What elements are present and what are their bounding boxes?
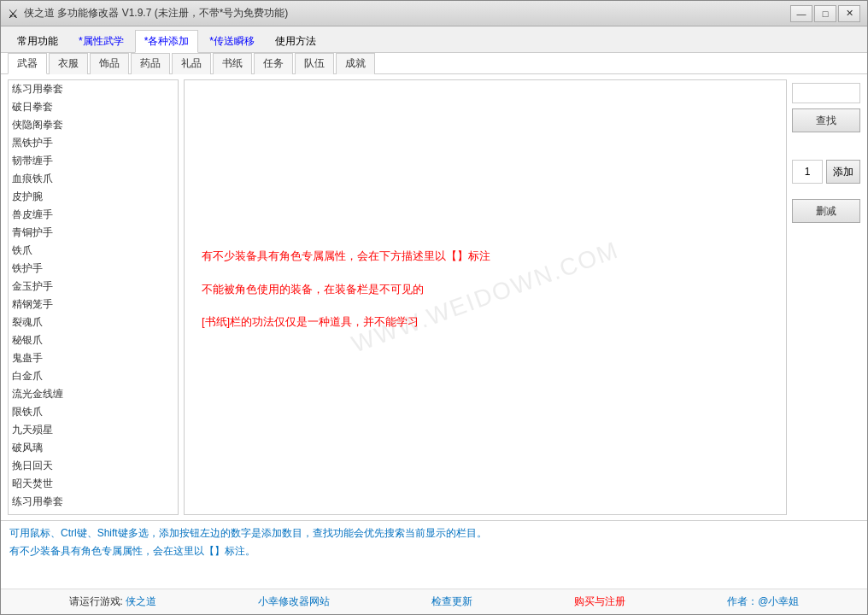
tab-gift[interactable]: 礼品 (172, 53, 211, 74)
quantity-input[interactable] (792, 160, 823, 184)
notice-line3: [书纸]栏的功法仅仅是一种道具，并不能学习 (202, 313, 769, 331)
notice-line2: 不能被角色使用的装备，在装备栏是不可见的 (202, 281, 769, 299)
bottom-info: 可用鼠标、Ctrl键、Shift键多选，添加按钮左边的数字是添加数目，查找功能会… (1, 520, 867, 589)
notice-line1: 有不少装备具有角色专属属性，会在下方描述里以【】标注 (202, 248, 769, 266)
list-item[interactable]: 练习用拳套 (9, 80, 178, 98)
list-item[interactable]: 黑铁护手 (9, 134, 178, 152)
buy-link[interactable]: 购买与注册 (574, 594, 625, 609)
tab-achievement[interactable]: 成就 (336, 53, 375, 74)
restore-button[interactable]: □ (814, 5, 836, 22)
item-list[interactable]: 练习用拳套破日拳套侠隐阁拳套黑铁护手韧带缠手血痕铁爪皮护腕兽皮缠手青铜护手铁爪铁… (8, 79, 179, 515)
menu-item-howto[interactable]: 使用方法 (266, 30, 326, 52)
author-label: 作者：@小幸姐 (727, 594, 799, 609)
window-title: 侠之道 多功能修改器 V1.9.7 (未注册，不带*号为免费功能) (24, 6, 288, 20)
tip-line1: 可用鼠标、Ctrl键、Shift键多选，添加按钮左边的数字是添加数目，查找功能会… (9, 526, 859, 541)
left-panel: 练习用拳套破日拳套侠隐阁拳套黑铁护手韧带缠手血痕铁爪皮护腕兽皮缠手青铜护手铁爪铁… (8, 79, 179, 515)
add-row: 添加 (792, 160, 860, 184)
list-item[interactable]: 破风璃 (9, 439, 178, 457)
sidebar-controls: 查找 添加 删减 (792, 79, 860, 515)
list-item[interactable]: 昭天焚世 (9, 475, 178, 493)
tab-weapon[interactable]: 武器 (8, 53, 47, 74)
footer-run: 请运行游戏: 侠之道 (69, 594, 157, 609)
list-item[interactable]: 青铜护手 (9, 224, 178, 242)
find-button[interactable]: 查找 (792, 108, 860, 132)
notice-panel: WWW.WEIDOWN.COM 有不少装备具有角色专属属性，会在下方描述里以【】… (184, 79, 787, 515)
list-item[interactable]: 限铁爪 (9, 403, 178, 421)
tip-line2: 有不少装备具有角色专属属性，会在这里以【】标注。 (9, 544, 859, 559)
close-button[interactable]: ✕ (838, 5, 860, 22)
tab-row: 武器衣服饰品药品礼品书纸任务队伍成就 (1, 53, 867, 74)
tab-medicine[interactable]: 药品 (131, 53, 170, 74)
list-item[interactable]: 白金爪 (9, 367, 178, 385)
list-item[interactable]: 兽皮缠手 (9, 206, 178, 224)
menu-bar: 常用功能*属性武学*各种添加*传送瞬移使用方法 (1, 26, 867, 53)
menu-item-addvarious[interactable]: *各种添加 (135, 30, 199, 53)
game-name-link[interactable]: 侠之道 (126, 595, 156, 607)
update-link[interactable]: 检查更新 (431, 594, 472, 609)
minimize-button[interactable]: — (790, 5, 812, 22)
list-item[interactable]: 韧带缠手 (9, 152, 178, 170)
window-controls: — □ ✕ (790, 5, 860, 22)
menu-item-attributes[interactable]: *属性武学 (69, 30, 133, 52)
title-bar: ⚔ 侠之道 多功能修改器 V1.9.7 (未注册，不带*号为免费功能) — □ … (1, 1, 867, 26)
footer: 请运行游戏: 侠之道 小幸修改器网站 检查更新 购买与注册 作者：@小幸姐 (1, 589, 867, 614)
list-item[interactable]: 铁爪 (9, 242, 178, 260)
list-item[interactable]: 皮护腕 (9, 188, 178, 206)
tab-task[interactable]: 任务 (254, 53, 293, 74)
add-button[interactable]: 添加 (826, 160, 860, 184)
app-icon: ⚔ (8, 7, 19, 20)
search-input[interactable] (792, 83, 860, 103)
tab-clothes[interactable]: 衣服 (49, 53, 88, 74)
menu-item-common[interactable]: 常用功能 (8, 30, 67, 52)
list-item[interactable]: 破日拳套 (9, 98, 178, 116)
tab-team[interactable]: 队伍 (295, 53, 334, 74)
tab-bookpaper[interactable]: 书纸 (213, 53, 252, 74)
list-item[interactable]: 秘银爪 (9, 331, 178, 349)
list-item[interactable]: 金玉护手 (9, 278, 178, 296)
list-item[interactable]: 流光金线缠 (9, 385, 178, 403)
delete-button[interactable]: 删减 (792, 199, 860, 223)
list-item[interactable]: 鬼蛊手 (9, 349, 178, 367)
list-item[interactable]: 血痕铁爪 (9, 170, 178, 188)
list-item[interactable]: 铁护手 (9, 260, 178, 278)
list-item[interactable]: 侠隐阁拳套 (9, 116, 178, 134)
list-item[interactable]: 九天殒星 (9, 421, 178, 439)
list-item[interactable]: 挽日回天 (9, 457, 178, 475)
list-item[interactable]: 精钢笼手 (9, 296, 178, 313)
tab-jewelry[interactable]: 饰品 (90, 53, 129, 74)
run-label: 请运行游戏: (69, 595, 126, 607)
list-item[interactable]: 练习用拳套 (9, 493, 178, 511)
website-link[interactable]: 小幸修改器网站 (258, 594, 330, 609)
menu-item-teleport[interactable]: *传送瞬移 (200, 30, 264, 52)
list-item[interactable]: 裂魂爪 (9, 313, 178, 331)
notice-text: 有不少装备具有角色专属属性，会在下方描述里以【】标注 不能被角色使用的装备，在装… (202, 248, 769, 347)
